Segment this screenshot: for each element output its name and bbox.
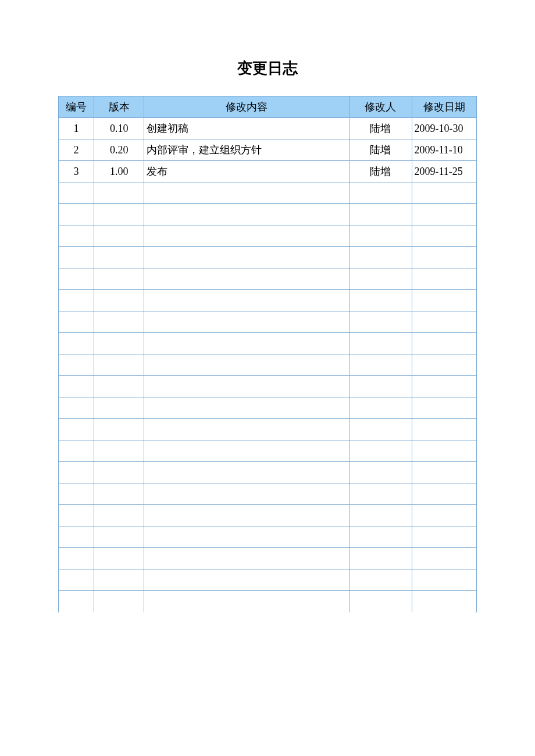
cell-version: 0.10 xyxy=(94,118,144,139)
cell-content xyxy=(144,397,349,419)
cell-date xyxy=(412,483,476,505)
cell-content xyxy=(144,182,349,204)
cell-version xyxy=(94,290,144,311)
cell-date xyxy=(412,354,476,376)
cell-version xyxy=(94,505,144,526)
cell-author xyxy=(349,483,412,505)
cell-version xyxy=(94,354,144,376)
cell-date xyxy=(412,569,476,591)
cell-content: 创建初稿 xyxy=(144,118,349,139)
cell-content xyxy=(144,505,349,526)
cell-content xyxy=(144,569,349,591)
table-row xyxy=(59,247,477,268)
changelog-table: 编号 版本 修改内容 修改人 修改日期 10.10创建初稿陆增2009-10-3… xyxy=(58,96,477,612)
cell-date xyxy=(412,311,476,333)
cell-content xyxy=(144,376,349,397)
cell-date xyxy=(412,505,476,526)
cell-id xyxy=(59,311,94,333)
cell-version: 1.00 xyxy=(94,161,144,182)
cell-content: 内部评审，建立组织方针 xyxy=(144,139,349,161)
table-row xyxy=(59,419,477,440)
header-content: 修改内容 xyxy=(144,96,349,118)
table-header-row: 编号 版本 修改内容 修改人 修改日期 xyxy=(59,96,477,118)
cell-id xyxy=(59,182,94,204)
cell-author: 陆增 xyxy=(349,118,412,139)
cell-date xyxy=(412,397,476,419)
cell-author xyxy=(349,311,412,333)
cell-id xyxy=(59,376,94,397)
cell-author xyxy=(349,204,412,225)
cell-id xyxy=(59,397,94,419)
cell-content xyxy=(144,225,349,247)
cell-id: 2 xyxy=(59,139,94,161)
cell-version xyxy=(94,397,144,419)
table-row xyxy=(59,397,477,419)
cell-version xyxy=(94,591,144,612)
header-author: 修改人 xyxy=(349,96,412,118)
cell-author xyxy=(349,526,412,548)
cell-date xyxy=(412,225,476,247)
cell-content: 发布 xyxy=(144,161,349,182)
cell-version xyxy=(94,483,144,505)
table-row xyxy=(59,333,477,354)
cell-id xyxy=(59,462,94,483)
table-row xyxy=(59,526,477,548)
cell-version xyxy=(94,419,144,440)
cell-content xyxy=(144,483,349,505)
table-row xyxy=(59,204,477,225)
cell-author xyxy=(349,182,412,204)
cell-date xyxy=(412,290,476,311)
cell-author: 陆增 xyxy=(349,139,412,161)
cell-id xyxy=(59,419,94,440)
table-body: 10.10创建初稿陆增2009-10-3020.20内部评审，建立组织方针陆增2… xyxy=(59,118,477,612)
cell-author xyxy=(349,591,412,612)
cell-id xyxy=(59,247,94,268)
cell-content xyxy=(144,526,349,548)
cell-id xyxy=(59,268,94,290)
table-row xyxy=(59,376,477,397)
cell-content xyxy=(144,268,349,290)
cell-date xyxy=(412,548,476,569)
table-row xyxy=(59,182,477,204)
cell-id xyxy=(59,290,94,311)
cell-content xyxy=(144,333,349,354)
table-row: 10.10创建初稿陆增2009-10-30 xyxy=(59,118,477,139)
cell-id xyxy=(59,204,94,225)
cell-author xyxy=(349,225,412,247)
cell-version xyxy=(94,376,144,397)
cell-version xyxy=(94,548,144,569)
cell-content xyxy=(144,591,349,612)
cell-author xyxy=(349,333,412,354)
cell-content xyxy=(144,462,349,483)
cell-author xyxy=(349,419,412,440)
cell-author xyxy=(349,505,412,526)
cell-date xyxy=(412,376,476,397)
cell-author xyxy=(349,440,412,462)
table-row: 31.00发布陆增2009-11-25 xyxy=(59,161,477,182)
cell-version xyxy=(94,268,144,290)
table-row xyxy=(59,440,477,462)
cell-version xyxy=(94,204,144,225)
cell-id xyxy=(59,440,94,462)
cell-author xyxy=(349,354,412,376)
cell-date xyxy=(412,591,476,612)
table-row xyxy=(59,311,477,333)
cell-author xyxy=(349,376,412,397)
cell-content xyxy=(144,311,349,333)
cell-version xyxy=(94,182,144,204)
cell-date xyxy=(412,268,476,290)
cell-content xyxy=(144,548,349,569)
cell-date xyxy=(412,333,476,354)
cell-date xyxy=(412,462,476,483)
table-row xyxy=(59,290,477,311)
cell-version xyxy=(94,311,144,333)
cell-content xyxy=(144,290,349,311)
table-row xyxy=(59,483,477,505)
table-row xyxy=(59,268,477,290)
cell-date xyxy=(412,182,476,204)
cell-id: 3 xyxy=(59,161,94,182)
cell-id xyxy=(59,526,94,548)
cell-version: 0.20 xyxy=(94,139,144,161)
table-row: 20.20内部评审，建立组织方针陆增2009-11-10 xyxy=(59,139,477,161)
cell-version xyxy=(94,333,144,354)
